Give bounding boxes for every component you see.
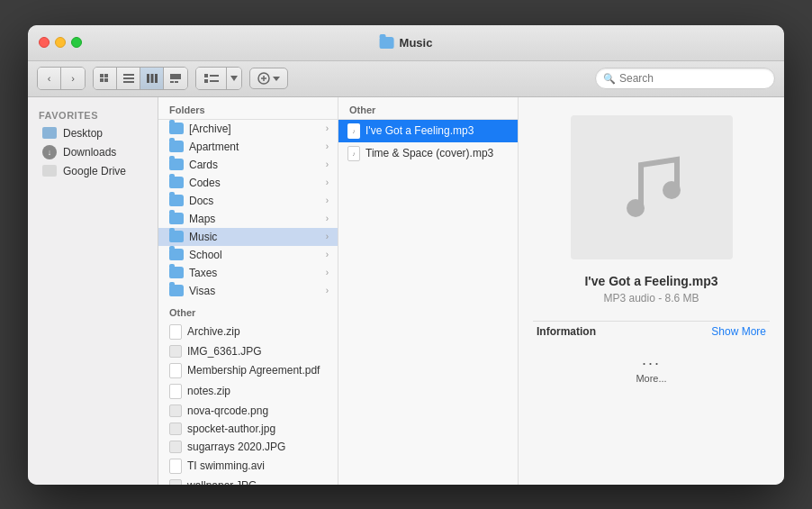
mp3-item-time-space[interactable]: ♪ Time & Space (cover).mp3 — [338, 142, 518, 165]
mp3-item-ive-got-feeling[interactable]: ♪ I've Got a Feeling.mp3 — [338, 120, 518, 142]
folder-arrow: › — [326, 159, 329, 169]
search-input[interactable] — [619, 72, 767, 85]
arrange-dropdown-btn[interactable] — [227, 68, 241, 89]
search-box[interactable]: 🔍 — [595, 68, 775, 89]
svg-rect-4 — [123, 74, 134, 76]
folder-icon — [169, 141, 184, 152]
other-pane: Other ♪ I've Got a Feeling.mp3 ♪ Time & … — [338, 97, 519, 485]
traffic-lights — [39, 37, 82, 48]
folder-icon — [169, 285, 184, 296]
svg-point-23 — [663, 181, 681, 199]
folder-item-cards[interactable]: Cards › — [158, 156, 338, 174]
folder-arrow: › — [326, 268, 329, 277]
png-icon — [169, 404, 182, 417]
svg-rect-14 — [204, 79, 208, 83]
downloads-icon: ↓ — [42, 145, 57, 159]
sidebar-item-downloads[interactable]: ↓ Downloads — [32, 142, 154, 162]
title-folder-icon — [380, 37, 394, 49]
file-item-ti-avi[interactable]: TI swimming.avi — [158, 456, 338, 477]
svg-rect-8 — [150, 74, 153, 83]
zip-icon — [169, 324, 182, 340]
more-button[interactable]: ··· More... — [636, 354, 666, 384]
mp3-icon: ♪ — [347, 123, 360, 139]
folder-item-school[interactable]: School › — [158, 246, 338, 264]
folder-item-docs[interactable]: Docs › — [158, 192, 338, 210]
svg-point-22 — [627, 199, 645, 217]
preview-thumbnail — [571, 115, 733, 259]
folder-arrow: › — [326, 141, 329, 151]
divider — [533, 321, 770, 322]
sidebar-section-label: Favorites — [28, 106, 158, 124]
window-title: Music — [380, 36, 433, 50]
folder-item-music[interactable]: Music › — [158, 228, 338, 246]
folder-arrow: › — [326, 123, 329, 133]
svg-marker-21 — [273, 77, 280, 81]
svg-rect-7 — [147, 74, 149, 83]
minimize-button[interactable] — [55, 37, 66, 48]
file-item-notes-zip[interactable]: notes.zip — [158, 381, 338, 402]
sidebar-item-label: Desktop — [63, 127, 103, 140]
view-list-btn[interactable] — [117, 68, 140, 89]
back-button[interactable]: ‹ — [38, 68, 61, 89]
show-more-button[interactable]: Show More — [711, 325, 766, 338]
more-label: More... — [636, 373, 666, 384]
svg-rect-9 — [155, 74, 158, 83]
file-item-wallpaper-jpg[interactable]: wallpaper.JPG — [158, 477, 338, 485]
preview-filename: I've Got a Feeling.mp3 — [584, 274, 717, 288]
avi-icon — [169, 459, 182, 474]
arrange-btn[interactable] — [196, 68, 227, 89]
folder-icon — [169, 213, 184, 224]
nav-buttons: ‹ › — [37, 67, 86, 90]
folder-arrow: › — [326, 250, 329, 259]
folder-item-maps[interactable]: Maps › — [158, 210, 338, 228]
img-icon — [169, 345, 182, 358]
folder-icon — [169, 249, 184, 260]
main-content: Favorites Desktop ↓ Downloads Google Dri… — [28, 97, 784, 485]
action-button[interactable] — [249, 68, 288, 89]
forward-button[interactable]: › — [61, 68, 85, 89]
search-icon: 🔍 — [603, 73, 616, 85]
svg-rect-0 — [100, 74, 104, 77]
desktop-icon — [42, 127, 57, 139]
folders-header: Folders — [158, 97, 338, 120]
folder-arrow: › — [326, 286, 329, 295]
sidebar-item-desktop[interactable]: Desktop — [32, 124, 154, 142]
gdrive-icon — [42, 165, 57, 177]
file-item-archive-zip[interactable]: Archive.zip — [158, 322, 338, 342]
sidebar-item-gdrive[interactable]: Google Drive — [32, 162, 154, 180]
folder-item-taxes[interactable]: Taxes › — [158, 264, 338, 282]
zip-icon — [169, 384, 182, 399]
view-icon-btn[interactable] — [94, 68, 117, 89]
folder-arrow: › — [326, 195, 329, 205]
info-label: Information — [537, 325, 596, 338]
svg-rect-3 — [104, 78, 108, 82]
folder-icon — [169, 159, 184, 170]
maximize-button[interactable] — [71, 37, 82, 48]
folder-icon — [169, 177, 184, 188]
other-section-label: Other — [158, 300, 338, 322]
more-dots-icon: ··· — [642, 354, 661, 373]
folder-arrow: › — [326, 232, 329, 241]
svg-rect-10 — [170, 74, 181, 79]
svg-rect-15 — [210, 75, 219, 77]
file-item-nova-png[interactable]: nova-qrcode.png — [158, 402, 338, 420]
svg-rect-1 — [104, 74, 108, 77]
view-column-btn[interactable] — [140, 68, 164, 89]
folders-pane: Folders [Archive] › Apartment › Cards › … — [158, 97, 338, 485]
view-gallery-btn[interactable] — [164, 68, 187, 89]
close-button[interactable] — [39, 37, 50, 48]
file-item-spocket-jpg[interactable]: spocket-author.jpg — [158, 420, 338, 438]
folder-icon — [169, 195, 184, 206]
pdf-icon — [169, 363, 182, 378]
folder-item-codes[interactable]: Codes › — [158, 174, 338, 192]
folder-icon — [169, 123, 184, 134]
titlebar: Music — [28, 25, 784, 61]
folder-item-apartment[interactable]: Apartment › — [158, 138, 338, 156]
file-item-membership[interactable]: Membership Agreement.pdf — [158, 360, 338, 381]
file-item-sugarrays-jpg[interactable]: sugarrays 2020.JPG — [158, 438, 338, 456]
file-item-img-6361[interactable]: IMG_6361.JPG — [158, 342, 338, 360]
svg-rect-13 — [204, 74, 208, 77]
svg-rect-5 — [123, 77, 134, 79]
folder-item-archive[interactable]: [Archive] › — [158, 120, 338, 138]
folder-item-visas[interactable]: Visas › — [158, 282, 338, 300]
